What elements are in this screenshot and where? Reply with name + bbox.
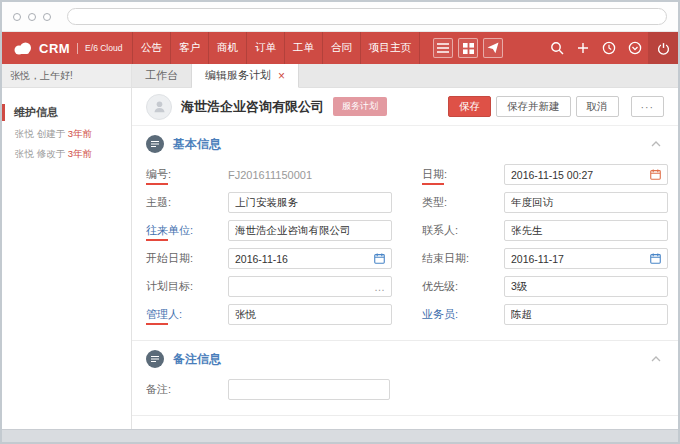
- maintenance-info-title: 维护信息: [2, 104, 131, 121]
- field-start-date: 开始日期:: [146, 248, 392, 269]
- list-view-button[interactable]: [433, 38, 453, 58]
- subject-input-box: [228, 192, 392, 213]
- type-input[interactable]: [511, 193, 665, 212]
- more-button[interactable]: ···: [631, 96, 665, 117]
- window-control-dot[interactable]: [28, 13, 36, 21]
- power-button[interactable]: [648, 32, 678, 64]
- window-control-dot[interactable]: [43, 13, 51, 21]
- type-input-box: [504, 192, 668, 213]
- field-end-date: 结束日期:: [422, 248, 668, 269]
- field-salesperson: 业务员:: [422, 304, 668, 325]
- field-subject-label: 主题:: [146, 195, 228, 210]
- goal-lookup-button[interactable]: …: [370, 281, 389, 293]
- section-remark-header: 备注信息: [132, 341, 678, 375]
- tab-edit-service-plan[interactable]: 编辑服务计划 ×: [192, 64, 299, 88]
- window-control-dot[interactable]: [13, 13, 21, 21]
- goal-input[interactable]: [235, 277, 370, 296]
- field-account: 往来单位:: [146, 220, 392, 241]
- account-input[interactable]: [235, 221, 389, 240]
- subject-input[interactable]: [235, 193, 389, 212]
- browser-chrome: [2, 2, 678, 32]
- creator-action: 创建于: [37, 128, 66, 139]
- section-remark-title: 备注信息: [173, 351, 221, 368]
- section-basic-info-title: 基本信息: [173, 136, 221, 153]
- date-input[interactable]: [511, 165, 646, 184]
- history-button[interactable]: [596, 32, 622, 64]
- field-end-date-label: 结束日期:: [422, 251, 504, 266]
- field-manager: 管理人:: [146, 304, 392, 325]
- modifier-info: 张悦 修改于 3年前: [2, 141, 131, 161]
- contact-input[interactable]: [511, 221, 665, 240]
- address-bar-input[interactable]: [67, 8, 667, 25]
- field-salesperson-label: 业务员:: [422, 307, 504, 322]
- datetime-picker-button[interactable]: [646, 169, 665, 180]
- brand-name: CRM: [39, 41, 70, 56]
- download-button[interactable]: [622, 32, 648, 64]
- start-date-input-box: [228, 248, 392, 269]
- send-button[interactable]: [483, 38, 503, 58]
- nav-item-announcements[interactable]: 公告: [132, 32, 171, 64]
- manager-input[interactable]: [235, 305, 389, 324]
- chevron-up-icon: [651, 141, 661, 147]
- goal-input-box: …: [228, 276, 392, 297]
- creator-time: 3年前: [68, 128, 92, 139]
- collapse-basic-button[interactable]: [648, 139, 664, 149]
- search-icon: [550, 41, 564, 55]
- priority-input[interactable]: [511, 277, 665, 296]
- field-goal-label: 计划目标:: [146, 279, 228, 294]
- account-input-box: [228, 220, 392, 241]
- record-content: 海世浩企业咨询有限公司 服务计划 保存 保存并新建 取消 ···: [132, 88, 678, 429]
- field-start-date-label: 开始日期:: [146, 251, 228, 266]
- add-button[interactable]: [570, 32, 596, 64]
- save-and-new-button[interactable]: 保存并新建: [496, 96, 571, 117]
- search-button[interactable]: [544, 32, 570, 64]
- start-date-picker-button[interactable]: [370, 253, 389, 264]
- nav-item-workorders[interactable]: 工单: [285, 32, 323, 64]
- remark-input[interactable]: [235, 380, 387, 399]
- field-date-label: 日期:: [422, 167, 504, 182]
- menu-icon: [437, 43, 449, 53]
- record-type-badge: 服务计划: [333, 97, 387, 116]
- grid-icon: [463, 43, 474, 54]
- field-remark-label: 备注:: [146, 382, 228, 397]
- field-contact: 联系人:: [422, 220, 668, 241]
- basic-info-form: 编号: FJ201611150001 日期:: [132, 160, 678, 337]
- nav-item-opportunities[interactable]: 商机: [209, 32, 247, 64]
- window-footer: [2, 429, 678, 442]
- basic-info-icon: [146, 135, 164, 153]
- field-number-label: 编号:: [146, 167, 228, 182]
- app-window: CRM E/6 Cloud 公告 客户 商机 订单 工单 合同 项目主页: [0, 0, 680, 444]
- priority-input-box: [504, 276, 668, 297]
- date-input-box: [504, 164, 668, 185]
- main-area: 工作台 编辑服务计划 × 海世浩企业咨询有限公司: [132, 64, 678, 429]
- nav-item-project-home[interactable]: 项目主页: [361, 32, 420, 64]
- sidebar: 张悦，上午好! 维护信息 张悦 创建于 3年前 张悦 修改于 3年前: [2, 64, 132, 429]
- field-type-label: 类型:: [422, 195, 504, 210]
- end-date-picker-button[interactable]: [646, 253, 665, 264]
- start-date-input[interactable]: [235, 249, 370, 268]
- end-date-input[interactable]: [511, 249, 646, 268]
- brand-logo: CRM E/6 Cloud: [2, 32, 132, 64]
- nav-item-customers[interactable]: 客户: [171, 32, 209, 64]
- salesperson-input[interactable]: [511, 305, 665, 324]
- tab-workbench[interactable]: 工作台: [132, 64, 192, 87]
- field-priority: 优先级:: [422, 276, 668, 297]
- tab-close-icon[interactable]: ×: [278, 70, 285, 82]
- product-name: E/6 Cloud: [85, 43, 122, 53]
- contact-input-box: [504, 220, 668, 241]
- cloud-icon: [12, 41, 34, 55]
- record-actions: 保存 保存并新建 取消 ···: [448, 96, 664, 117]
- salesperson-input-box: [504, 304, 668, 325]
- cancel-button[interactable]: 取消: [576, 96, 619, 117]
- grid-view-button[interactable]: [458, 38, 478, 58]
- field-date: 日期:: [422, 164, 668, 185]
- field-contact-label: 联系人:: [422, 223, 504, 238]
- nav-item-orders[interactable]: 订单: [247, 32, 285, 64]
- remark-input-box: [228, 379, 390, 400]
- main-nav: 公告 客户 商机 订单 工单 合同 项目主页: [132, 32, 420, 64]
- tab-edit-service-plan-label: 编辑服务计划: [205, 68, 271, 83]
- save-button[interactable]: 保存: [448, 96, 491, 117]
- nav-item-contracts[interactable]: 合同: [323, 32, 361, 64]
- collapse-remark-button[interactable]: [648, 354, 664, 364]
- field-number-value: FJ201611150001: [228, 169, 312, 181]
